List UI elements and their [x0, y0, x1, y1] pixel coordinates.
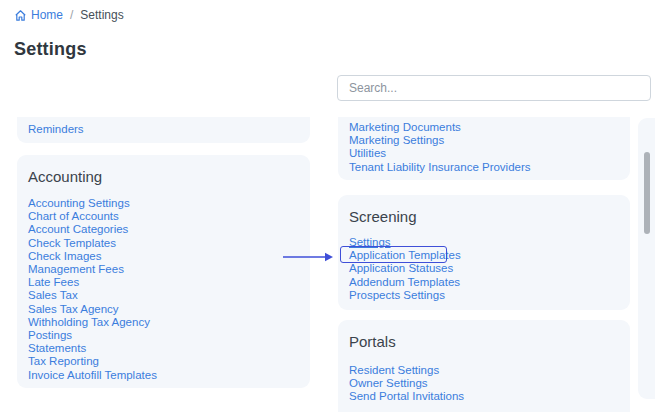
- settings-link-item[interactable]: Sales Tax: [28, 289, 299, 302]
- search-input[interactable]: [337, 75, 651, 101]
- settings-link-item[interactable]: Management Fees: [28, 263, 299, 276]
- settings-link-item[interactable]: Settings: [349, 236, 619, 249]
- settings-link-item[interactable]: Reminders: [28, 123, 299, 136]
- breadcrumb: Home / Settings: [14, 8, 124, 22]
- settings-link[interactable]: Withholding Tax Agency: [28, 316, 150, 328]
- home-icon: [14, 9, 27, 22]
- settings-link[interactable]: Statements: [28, 342, 86, 354]
- settings-link-item[interactable]: Statements: [28, 342, 299, 355]
- settings-link-item[interactable]: Withholding Tax Agency: [28, 316, 299, 329]
- settings-link[interactable]: Reminders: [28, 123, 84, 135]
- settings-link-item[interactable]: Owner Settings: [349, 377, 619, 390]
- breadcrumb-home-label[interactable]: Home: [31, 8, 63, 22]
- settings-link-item[interactable]: Marketing Settings: [349, 134, 619, 147]
- settings-link[interactable]: Sales Tax: [28, 289, 78, 301]
- settings-link[interactable]: Application Statuses: [349, 262, 453, 274]
- settings-link-item[interactable]: Postings: [28, 329, 299, 342]
- settings-link[interactable]: Chart of Accounts: [28, 210, 119, 222]
- settings-link[interactable]: Application Templates: [349, 249, 461, 261]
- settings-link-item[interactable]: Utilities: [349, 147, 619, 160]
- settings-link-item[interactable]: Application Statuses: [349, 262, 619, 275]
- settings-link-list: Reminders: [28, 123, 299, 136]
- settings-link[interactable]: Marketing Documents: [349, 121, 461, 133]
- settings-link[interactable]: Send Portal Invitations: [349, 390, 464, 402]
- settings-link[interactable]: Tax Reporting: [28, 355, 99, 367]
- settings-link-item[interactable]: Addendum Templates: [349, 276, 619, 289]
- breadcrumb-home-link[interactable]: Home: [14, 8, 63, 22]
- settings-link-item[interactable]: Marketing Documents: [349, 121, 619, 134]
- settings-link[interactable]: Owner Settings: [349, 377, 428, 389]
- settings-link-item[interactable]: Check Images: [28, 250, 299, 263]
- card-portals: Portals Resident SettingsOwner SettingsS…: [338, 320, 630, 412]
- card-title: Screening: [349, 207, 619, 227]
- settings-link[interactable]: Sales Tax Agency: [28, 303, 119, 315]
- settings-link[interactable]: Prospects Settings: [349, 289, 445, 301]
- settings-link-item[interactable]: Prospects Settings: [349, 289, 619, 302]
- breadcrumb-separator: /: [68, 8, 75, 22]
- card-title: Accounting: [28, 167, 299, 187]
- pointer-arrow-icon: [280, 250, 336, 264]
- settings-link-list: Accounting SettingsChart of AccountsAcco…: [28, 197, 299, 382]
- settings-link[interactable]: Account Categories: [28, 223, 128, 235]
- settings-link-list: Resident SettingsOwner SettingsSend Port…: [349, 364, 619, 404]
- scrollbar-thumb[interactable]: [644, 152, 650, 234]
- settings-link[interactable]: Marketing Settings: [349, 134, 444, 146]
- settings-link[interactable]: Resident Settings: [349, 364, 439, 376]
- settings-link-item[interactable]: Late Fees: [28, 276, 299, 289]
- settings-link[interactable]: Check Templates: [28, 237, 116, 249]
- settings-link[interactable]: Addendum Templates: [349, 276, 460, 288]
- settings-link[interactable]: Management Fees: [28, 263, 124, 275]
- settings-link-list: Marketing DocumentsMarketing SettingsUti…: [349, 121, 619, 174]
- page-title: Settings: [14, 39, 87, 60]
- settings-link-item[interactable]: Resident Settings: [349, 364, 619, 377]
- card-marketing-partial: Marketing DocumentsMarketing SettingsUti…: [338, 117, 630, 180]
- settings-link-item[interactable]: Send Portal Invitations: [349, 390, 619, 403]
- settings-link-item[interactable]: Invoice Autofill Templates: [28, 369, 299, 382]
- breadcrumb-current: Settings: [80, 8, 123, 22]
- settings-link-item[interactable]: Tenant Liability Insurance Providers: [349, 161, 619, 174]
- settings-link[interactable]: Tenant Liability Insurance Providers: [349, 161, 531, 173]
- settings-link[interactable]: Accounting Settings: [28, 197, 130, 209]
- card-screening: Screening SettingsApplication TemplatesA…: [338, 195, 630, 310]
- card-reminders-partial: Reminders: [17, 117, 310, 143]
- settings-link-item[interactable]: Application Templates: [349, 249, 619, 262]
- settings-link[interactable]: Utilities: [349, 147, 386, 159]
- settings-link-item[interactable]: Chart of Accounts: [28, 210, 299, 223]
- settings-link[interactable]: Invoice Autofill Templates: [28, 369, 157, 381]
- settings-link-item[interactable]: Tax Reporting: [28, 355, 299, 368]
- card-title: Portals: [349, 332, 619, 352]
- settings-link-item[interactable]: Check Templates: [28, 237, 299, 250]
- settings-link[interactable]: Check Images: [28, 250, 102, 262]
- settings-link-list: SettingsApplication TemplatesApplication…: [349, 236, 619, 302]
- settings-link-item[interactable]: Account Categories: [28, 223, 299, 236]
- settings-link[interactable]: Settings: [349, 236, 391, 248]
- settings-link-item[interactable]: Sales Tax Agency: [28, 303, 299, 316]
- settings-link[interactable]: Postings: [28, 329, 72, 341]
- settings-card-grid: Reminders Accounting Accounting Settings…: [0, 117, 655, 412]
- settings-link-item[interactable]: Accounting Settings: [28, 197, 299, 210]
- settings-link[interactable]: Late Fees: [28, 276, 79, 288]
- card-accounting: Accounting Accounting SettingsChart of A…: [17, 155, 310, 388]
